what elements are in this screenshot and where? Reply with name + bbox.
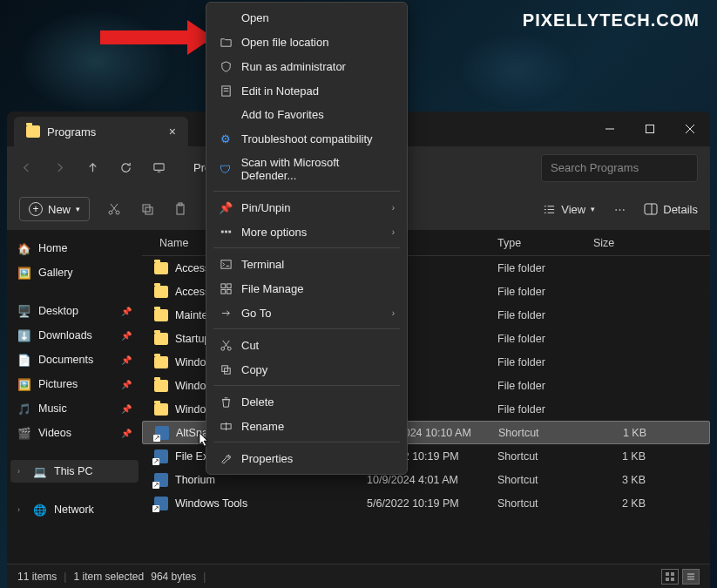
file-type-cell: File folder: [490, 380, 586, 392]
forward-button[interactable]: [52, 161, 66, 174]
sidebar-item-pictures[interactable]: 🖼️Pictures📌: [10, 373, 139, 395]
terminal-icon: [219, 257, 233, 271]
column-header-size[interactable]: Size: [586, 237, 656, 249]
ctx-file-manage[interactable]: File Manage: [206, 276, 407, 301]
up-button[interactable]: [85, 161, 99, 174]
navigation-pane: 🏠Home 🖼️Gallery 🖥️Desktop📌 ⬇️Downloads📌 …: [7, 230, 142, 564]
file-type-cell: File folder: [490, 309, 586, 321]
svg-point-33: [227, 347, 231, 350]
ctx-open-file-location[interactable]: Open file location: [206, 30, 407, 54]
details-pane-icon: [644, 202, 658, 216]
documents-icon: 📄: [17, 353, 31, 367]
window-tab[interactable]: Programs ×: [14, 117, 188, 146]
ctx-scan-defender[interactable]: 🛡Scan with Microsoft Defender...: [206, 151, 407, 187]
ctx-go-to[interactable]: Go To›: [206, 301, 407, 325]
ctx-pin-unpin[interactable]: 📌Pin/Unpin›: [206, 195, 407, 220]
ctx-delete[interactable]: Delete: [206, 389, 407, 414]
folder-icon: [26, 125, 40, 138]
folder-icon: [154, 262, 168, 274]
sidebar-item-gallery[interactable]: 🖼️Gallery: [10, 261, 139, 284]
new-button[interactable]: + New ▾: [19, 197, 90, 221]
sidebar-item-network[interactable]: ›🌐Network: [10, 498, 139, 521]
close-tab-icon[interactable]: ×: [169, 125, 176, 139]
pc-icon: 💻: [33, 464, 47, 478]
grid-icon: [219, 281, 233, 295]
separator: [213, 247, 400, 248]
sidebar-item-home[interactable]: 🏠Home: [10, 237, 139, 260]
music-icon: 🎵: [17, 402, 31, 416]
pin-icon: 📌: [121, 429, 132, 438]
folder-open-icon: [219, 35, 233, 49]
annotation-arrow: [100, 30, 196, 44]
ctx-more-options[interactable]: More options›: [206, 220, 407, 244]
pin-icon: 📌: [121, 331, 132, 341]
file-type-cell: Shortcut: [490, 497, 586, 510]
back-button[interactable]: [19, 161, 33, 174]
shortcut-icon: [154, 497, 168, 510]
view-thumbnails-button[interactable]: [661, 569, 679, 585]
sidebar-item-documents[interactable]: 📄Documents📌: [10, 348, 139, 371]
file-type-cell: File folder: [490, 333, 586, 345]
copy-button[interactable]: [139, 202, 156, 216]
cut-icon: [219, 338, 233, 352]
defender-icon: 🛡: [219, 162, 233, 176]
arrow-right-icon: [219, 306, 233, 320]
sidebar-item-downloads[interactable]: ⬇️Downloads📌: [10, 324, 139, 347]
ctx-open[interactable]: Open: [206, 6, 407, 30]
pictures-icon: 🖼️: [17, 377, 31, 391]
status-selected: 1 item selected: [73, 571, 144, 583]
close-button[interactable]: [670, 112, 710, 146]
folder-icon: [154, 356, 168, 368]
paste-button[interactable]: [172, 202, 189, 216]
view-button[interactable]: View ▾: [543, 203, 595, 216]
file-size-cell: 3 KB: [586, 474, 656, 486]
troubleshoot-icon: ⚙: [219, 132, 233, 145]
svg-rect-15: [671, 572, 674, 576]
details-button[interactable]: Details: [644, 202, 698, 216]
file-type-cell: File folder: [490, 403, 586, 416]
svg-rect-14: [666, 572, 669, 576]
status-item-count: 11 items: [17, 571, 57, 583]
file-row[interactable]: Windows Tools5/6/2022 10:19 PMShortcut2 …: [142, 491, 710, 515]
ctx-run-as-admin[interactable]: Run as administrator: [206, 54, 407, 78]
ctx-properties[interactable]: Properties: [206, 446, 407, 470]
svg-rect-16: [666, 578, 669, 581]
tab-title: Programs: [47, 125, 96, 139]
maximize-button[interactable]: [630, 112, 670, 146]
file-type-cell: File folder: [490, 356, 586, 368]
monitor-icon[interactable]: [152, 161, 166, 174]
pin-icon: 📌: [219, 200, 233, 214]
minimize-button[interactable]: [590, 112, 630, 146]
ctx-cut[interactable]: Cut: [206, 333, 407, 357]
rename-icon: [219, 419, 233, 433]
sidebar-item-thispc[interactable]: ›💻This PC: [10, 460, 139, 483]
chevron-right-icon: ›: [17, 505, 26, 514]
ctx-add-favorites[interactable]: Add to Favorites: [206, 103, 407, 126]
cut-button[interactable]: [105, 202, 123, 216]
refresh-button[interactable]: [118, 161, 132, 174]
search-input[interactable]: Search Programs: [541, 154, 698, 182]
sidebar-item-videos[interactable]: 🎬Videos📌: [10, 422, 139, 444]
svg-rect-25: [225, 230, 227, 233]
column-header-type[interactable]: Type: [490, 237, 586, 249]
file-type-cell: Shortcut: [490, 474, 586, 486]
sidebar-item-music[interactable]: 🎵Music📌: [10, 397, 139, 420]
file-size-cell: 1 KB: [587, 427, 657, 439]
shortcut-icon: [154, 449, 168, 463]
svg-rect-30: [220, 289, 225, 294]
ctx-terminal[interactable]: Terminal: [206, 252, 407, 276]
svg-rect-4: [153, 164, 163, 171]
view-details-button[interactable]: [682, 569, 700, 585]
more-button[interactable]: ⋯: [611, 203, 628, 216]
file-type-cell: File folder: [490, 262, 586, 274]
status-bar: 11 items | 1 item selected 964 bytes |: [7, 564, 710, 588]
network-icon: 🌐: [33, 503, 47, 517]
ctx-edit-notepad[interactable]: Edit in Notepad: [206, 78, 407, 103]
chevron-right-icon: ›: [17, 467, 26, 476]
ctx-rename[interactable]: Rename: [206, 414, 407, 438]
separator: [213, 442, 400, 443]
ctx-troubleshoot[interactable]: ⚙Troubleshoot compatibility: [206, 126, 407, 151]
svg-rect-17: [671, 578, 674, 581]
ctx-copy[interactable]: Copy: [206, 357, 407, 382]
sidebar-item-desktop[interactable]: 🖥️Desktop📌: [10, 300, 139, 322]
